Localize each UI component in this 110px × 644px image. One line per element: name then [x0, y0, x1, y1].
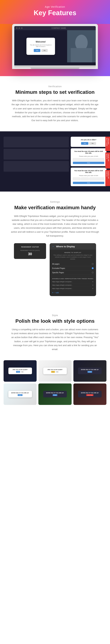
- url-item-2: https://apps.elfsight.com/panel... ✕: [52, 284, 94, 287]
- display-panel-title: Where to Display: [56, 245, 75, 248]
- topbar-dot-2: [18, 27, 20, 29]
- widget1-yes[interactable]: Yes: [81, 142, 88, 145]
- style-thumb-2: ARE YOU 18 OR OLDER? Yes No: [38, 360, 72, 382]
- thumb-title-1: ARE YOU 18 OR OLDER?: [10, 369, 30, 370]
- style-thumb-5-inner: ENTER ONLY IF YOU ARE 18+ Enter: [38, 384, 72, 405]
- widgets-right: Are you 18 or older? Yes No You must be …: [71, 137, 106, 186]
- remove-url-2[interactable]: ✕: [92, 284, 94, 286]
- date-label: DATE OF BIRTH: [105, 170, 110, 186]
- welcome-buttons: Yes No: [29, 49, 52, 52]
- settings-title: Make verification maximum handy: [11, 204, 99, 211]
- settings-panels: Remember Visitor REMEMBER VISITOR (DAYS)…: [11, 243, 99, 296]
- widget3-mm-input[interactable]: [81, 178, 89, 180]
- where-to-display-panel: ← Where to Display WHERE TO DISPLAY This…: [50, 243, 96, 296]
- style-thumb-4: ENTER ONLY IF YOU ARE 18+ Enter: [4, 384, 36, 405]
- style-thumb-6-inner: ENTER ONLY IF YOU ARE 18+ Enter Only: [74, 384, 106, 405]
- radio-all[interactable]: [92, 263, 94, 265]
- widget3-yyyy-input[interactable]: [89, 178, 104, 180]
- add-url-button[interactable]: + + add: [52, 290, 94, 294]
- style-thumb-3-inner: ENTER ONLY IF YOU ARE 18+ Enter: [74, 360, 106, 382]
- radio-excluded[interactable]: [92, 267, 94, 269]
- style-thumb-1: ARE YOU 18 OR OLDER? Yes No: [4, 360, 36, 382]
- widget1-no[interactable]: No: [89, 142, 96, 145]
- display-option-specific-label: Specific Pages: [52, 272, 64, 274]
- thumb-enter-5: Enter: [53, 394, 57, 396]
- thumb-btns-3: Enter: [80, 371, 100, 373]
- laptop-base: [14, 66, 96, 68]
- remember-visitor-panel: Remember Visitor REMEMBER VISITOR (DAYS)…: [14, 243, 46, 259]
- thumb-card-3: ENTER ONLY IF YOU ARE 18+ Enter: [78, 368, 102, 374]
- laptop-left-panel: Welcome! This site requires you to be 18…: [14, 30, 67, 62]
- style-grid: ARE YOU 18 OR OLDER? Yes No ARE YOU 18 O…: [0, 360, 110, 405]
- settings-label: Settings: [11, 200, 99, 203]
- url-text-1: https://apps.elfsight.com/panel...: [52, 281, 73, 282]
- widget3-input-row: [73, 178, 104, 181]
- widget-year: You must be over 18 years old to visit t…: [71, 148, 106, 166]
- widget3-dd-input[interactable]: [73, 178, 80, 180]
- back-icon[interactable]: ←: [52, 245, 55, 248]
- verification-title: Minimum steps to set verification: [11, 89, 99, 95]
- style-thumb-2-inner: ARE YOU 18 OR OLDER? Yes No: [38, 360, 72, 382]
- verification-text: With Elfsight Age Verification, you don'…: [11, 99, 99, 122]
- display-description: This setting is used in case you've inst…: [52, 254, 94, 260]
- widget2-input[interactable]: [73, 158, 104, 161]
- widget-date: You must be over 18 years old to visit t…: [71, 168, 106, 186]
- remove-url-1[interactable]: ✕: [92, 281, 94, 283]
- thumb-btns-6: Enter Only: [80, 394, 100, 396]
- enable-section-title: DISABLE AGE VERIFICATION FOR THESE PAGES: [52, 278, 94, 280]
- widget2-enter[interactable]: Enter: [73, 162, 104, 164]
- settings-section: Settings Make verification maximum handy…: [0, 192, 110, 305]
- thumb-no-2: No: [56, 371, 59, 373]
- display-option-specific[interactable]: Specific Pages: [52, 270, 94, 275]
- style-title: Polish the look with style options: [11, 318, 99, 324]
- remember-value: 30: [17, 252, 43, 256]
- laptop-mockup: COMPANY NAME Welcome! This site requires…: [12, 24, 98, 69]
- verification-section: Verification Minimum steps to set verifi…: [0, 76, 110, 131]
- company-name: COMPANY NAME: [52, 27, 66, 29]
- thumb-enter-4: Enter: [18, 394, 22, 396]
- topbar-dot-3: [21, 27, 22, 29]
- thumb-btns-1: Yes No: [10, 371, 30, 373]
- verification-label: Verification: [11, 85, 99, 88]
- style-label: Style: [11, 314, 99, 317]
- widgets-container: Are you 18 or older? Yes No You must be …: [0, 131, 110, 192]
- url-text-2: https://apps.elfsight.com/panel...: [52, 284, 73, 286]
- settings-text: With Elfsight TripAdvisor Reviews widget…: [11, 214, 99, 238]
- display-option-excluded-label: Excluded Pages: [52, 267, 65, 269]
- widget2-subtitle: Please enter your year of birth: [73, 156, 104, 157]
- laptop-screen: COMPANY NAME Welcome! This site requires…: [14, 26, 96, 66]
- welcome-card: Welcome! This site requires you to be 18…: [26, 38, 55, 55]
- topbar-dot-1: [16, 27, 18, 29]
- hero-subtitle: Age Verification: [4, 5, 106, 8]
- thumb-title-2: ARE YOU 18 OR OLDER?: [45, 369, 65, 370]
- style-thumb-5: ENTER ONLY IF YOU ARE 18+ Enter: [38, 384, 72, 405]
- widget3-subtitle: Please enter your date of birth: [73, 175, 104, 176]
- thumb-btns-2: Yes No: [45, 371, 65, 373]
- remove-url-3[interactable]: ✕: [92, 288, 94, 290]
- radio-specific[interactable]: [92, 272, 94, 274]
- thumb-yes-2: Yes: [51, 371, 55, 373]
- style-thumb-4-inner: ENTER ONLY IF YOU ARE 18+ Enter: [4, 384, 36, 405]
- display-option-all-label: All pages: [52, 263, 60, 265]
- style-thumb-3: ENTER ONLY IF YOU ARE 18+ Enter: [74, 360, 106, 382]
- thumb-title-4: ENTER ONLY IF YOU ARE 18+: [10, 392, 30, 394]
- thumb-enter-3: Enter: [88, 371, 92, 373]
- url-item-1: https://apps.elfsight.com/panel... ✕: [52, 280, 94, 284]
- widget3-enter[interactable]: Enter: [73, 182, 104, 184]
- thumb-card-2: ARE YOU 18 OR OLDER? Yes No: [43, 368, 67, 374]
- display-panel-header: ← Where to Display: [50, 243, 96, 250]
- hero-section: Age Verification Key Features: [0, 0, 110, 24]
- laptop-photo-placeholder: [67, 30, 96, 62]
- laptop-content: Welcome! This site requires you to be 18…: [14, 30, 96, 62]
- display-option-excluded[interactable]: Excluded Pages: [52, 266, 94, 270]
- no-button[interactable]: No: [42, 49, 48, 52]
- year-label: YEAR OF BIRTH: [105, 152, 110, 168]
- remember-date-label: REMEMBER VISITOR (DAYS): [17, 250, 43, 251]
- style-thumb-6: ENTER ONLY IF YOU ARE 18+ Enter Only: [74, 384, 106, 405]
- laptop-stand: [30, 68, 80, 69]
- display-option-all[interactable]: All pages: [52, 262, 94, 266]
- widget-yes-no: Are you 18 or older? Yes No: [71, 137, 106, 147]
- thumb-no-1: No: [20, 371, 24, 373]
- yes-button[interactable]: Yes: [34, 49, 40, 52]
- plus-icon: +: [52, 292, 54, 294]
